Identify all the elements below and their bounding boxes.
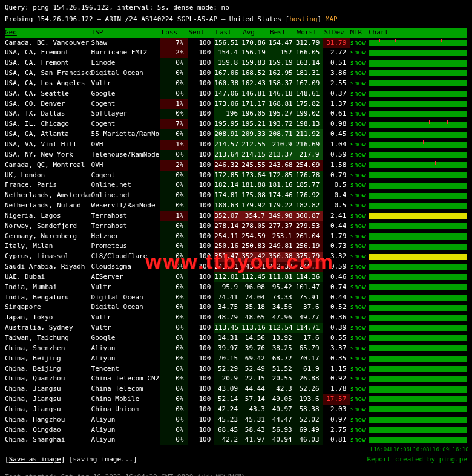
cell-best: 193.72: [269, 119, 296, 129]
cell-stdev: 0.37: [323, 89, 350, 99]
cell-geo: USA, NY, New York: [5, 150, 91, 160]
mtr-show[interactable]: show: [350, 100, 366, 108]
mtr-show[interactable]: show: [350, 79, 366, 87]
mtr-show[interactable]: show: [350, 273, 366, 281]
cell-avg: 146.81: [241, 89, 269, 99]
cell-last: 208.91: [214, 129, 241, 140]
table-row: Germany, NurembergHetzner0%100254.11254.…: [5, 232, 467, 242]
chart-cell: [369, 89, 467, 99]
mtr-show[interactable]: show: [350, 385, 366, 393]
mtr-show[interactable]: show: [350, 435, 366, 443]
mtr-show[interactable]: show: [350, 90, 366, 97]
cell-last: 351.47: [214, 252, 241, 262]
cell-sent: 100: [188, 211, 215, 221]
mtr-show[interactable]: show: [350, 242, 366, 250]
col-stdev[interactable]: StDev: [323, 28, 350, 38]
cell-sent: 100: [188, 89, 215, 99]
mtr-show[interactable]: show: [350, 395, 366, 403]
cell-loss: 0%: [160, 241, 188, 252]
cell-loss: 1%: [160, 211, 188, 221]
save-as-image[interactable]: Save as image: [9, 455, 61, 463]
cell-loss: 0%: [160, 171, 188, 181]
cell-worst: 65.79: [296, 344, 323, 354]
mtr-show[interactable]: show: [350, 416, 366, 423]
cell-geo: France, Paris: [5, 180, 91, 191]
col-geo[interactable]: Geo: [5, 28, 91, 38]
cell-worst: 246.3: [296, 262, 323, 272]
cell-worst: 61.9: [296, 364, 323, 374]
mtr-show[interactable]: show: [350, 181, 366, 189]
col-best[interactable]: Best: [269, 28, 296, 38]
col-last[interactable]: Last: [214, 28, 241, 38]
mtr-show[interactable]: show: [350, 232, 366, 240]
cell-isp: Softlayer: [91, 109, 160, 119]
cell-geo: USA, CA, Fremont: [5, 48, 91, 58]
mtr-show[interactable]: show: [350, 262, 366, 270]
mtr-show[interactable]: show: [350, 354, 366, 362]
mtr-show[interactable]: show: [350, 151, 366, 158]
col-chart[interactable]: Chart: [369, 28, 467, 38]
mtr-show[interactable]: show: [350, 374, 366, 382]
cell-isp: Aliyun: [91, 415, 160, 425]
cell-loss: 0%: [160, 221, 188, 232]
map-link[interactable]: MAP: [326, 15, 338, 23]
col-worst[interactable]: Worst: [296, 28, 323, 38]
mtr-show[interactable]: show: [350, 313, 366, 321]
col-isp[interactable]: ISP: [91, 28, 160, 38]
cell-stdev: 1.04: [323, 140, 350, 150]
cell-sent: 100: [188, 354, 215, 364]
col-loss[interactable]: Loss: [160, 28, 188, 38]
mtr-show[interactable]: show: [350, 48, 366, 56]
mtr-show[interactable]: show: [350, 344, 366, 352]
col-avg[interactable]: Avg: [241, 28, 269, 38]
chart-cell: [369, 272, 467, 282]
mtr-show[interactable]: show: [350, 201, 366, 209]
mtr-show[interactable]: show: [350, 426, 366, 434]
mtr-show[interactable]: show: [350, 324, 366, 331]
cell-geo: USA, VA, Vint Hill: [5, 140, 91, 150]
mtr-show[interactable]: show: [350, 69, 366, 77]
cell-stdev: 0.36: [323, 313, 350, 323]
cell-loss: 0%: [160, 201, 188, 211]
cell-worst: 52.26: [296, 384, 323, 394]
asnum[interactable]: AS140224: [141, 15, 173, 23]
cell-sent: 100: [188, 272, 215, 282]
mtr-show[interactable]: show: [350, 59, 366, 67]
mtr-show[interactable]: show: [350, 171, 366, 179]
chart-cell: [369, 293, 467, 303]
table-row: Japan, TokyoVultr0%10048.7948.6547.9649.…: [5, 313, 467, 323]
col-mtr[interactable]: MTR: [350, 28, 369, 38]
cell-isp: Cloudsigma: [91, 262, 160, 272]
mtr-show[interactable]: show: [350, 130, 366, 138]
col-sent[interactable]: Sent: [188, 28, 215, 38]
mtr-show[interactable]: show: [350, 283, 366, 291]
mtr-show[interactable]: show: [350, 191, 366, 199]
mtr-show[interactable]: show: [350, 222, 366, 230]
cell-worst: 49.77: [296, 313, 323, 323]
cell-best: 42.3: [269, 384, 296, 394]
mtr-show[interactable]: show: [350, 39, 366, 47]
cell-avg: 58.43: [241, 425, 269, 435]
cell-geo: Cyprus, Limassol: [5, 252, 91, 262]
cell-isp: Aliyun: [91, 425, 160, 435]
mtr-show[interactable]: show: [350, 140, 366, 148]
mtr-show[interactable]: show: [350, 212, 366, 220]
cell-worst: 182.82: [296, 201, 323, 211]
mtr-show[interactable]: show: [350, 252, 366, 260]
cell-avg: 196.05: [241, 109, 269, 119]
mtr-show[interactable]: show: [350, 334, 366, 342]
cell-loss: 0%: [160, 415, 188, 425]
mtr-show[interactable]: show: [350, 405, 366, 413]
cell-sent: 100: [188, 221, 215, 232]
mtr-show[interactable]: show: [350, 109, 366, 117]
chart-cell: [369, 150, 467, 160]
cell-loss: 0%: [160, 313, 188, 323]
mtr-show[interactable]: show: [350, 120, 366, 128]
cell-geo: China, Quanzhou: [5, 374, 91, 384]
mtr-show[interactable]: show: [350, 293, 366, 301]
mtr-show[interactable]: show: [350, 303, 366, 311]
mtr-show[interactable]: show: [350, 161, 366, 169]
cell-loss: 0%: [160, 58, 188, 68]
table-row: Canada, BC, VancouverShaw7%100156.51170.…: [5, 38, 467, 48]
mtr-show[interactable]: show: [350, 365, 366, 373]
